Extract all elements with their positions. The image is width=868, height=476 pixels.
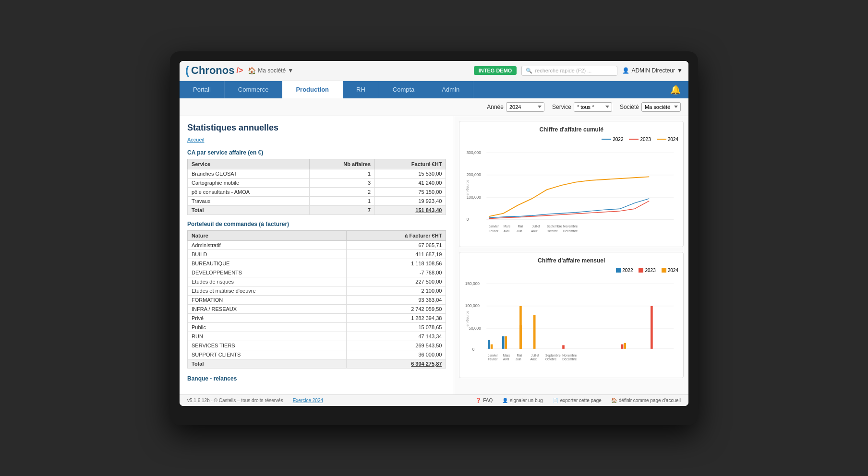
chart-mensuel-svg: 150,000 100,000 50,000 0 en €euros Janvi…	[464, 275, 678, 371]
legend-2024: 2024	[657, 137, 678, 142]
footer-version: v5.1.6.12b - © Castelis – tous droits ré…	[187, 398, 283, 403]
table-row: Cartographie mobile 3 41 240,00	[188, 178, 446, 187]
nav-admin[interactable]: Admin	[428, 81, 473, 98]
search-bar[interactable]: 🔍 recherche rapide (F2) ...	[521, 66, 617, 76]
cmd-montant-10: 15 078,65	[347, 322, 446, 332]
svg-text:Mars: Mars	[503, 353, 510, 357]
societe-select[interactable]: Ma société	[641, 102, 681, 112]
cmd-montant-8: 2 742 059,50	[347, 304, 446, 313]
cmd-montant-4: -7 768,00	[347, 268, 446, 277]
svg-text:Décembre: Décembre	[563, 357, 577, 360]
table-row: FORMATION93 363,04	[188, 295, 446, 304]
cmd-total-montant: 6 304 275,87	[347, 359, 446, 368]
user-area[interactable]: 👤 ADMIN Directeur ▼	[622, 67, 683, 74]
dropdown-icon: ▼	[288, 67, 293, 74]
svg-text:200,000: 200,000	[467, 172, 482, 177]
annee-select[interactable]: 2024	[506, 102, 544, 112]
ca-total-nb: 7	[310, 205, 375, 214]
search-icon: 🔍	[526, 68, 532, 74]
cmd-montant-6: 2 100,00	[347, 286, 446, 295]
export-icon: 📄	[553, 398, 558, 403]
set-home-label: définir comme page d'accueil	[619, 398, 681, 403]
user-caret: ▼	[677, 67, 683, 74]
svg-text:Avril: Avril	[503, 357, 509, 360]
cmd-nature-5: Etudes de risques	[188, 277, 347, 286]
svg-text:50,000: 50,000	[469, 325, 482, 330]
mensuel-legend-2024-label: 2024	[668, 268, 678, 273]
ca-facture-1: 15 530,00	[375, 169, 446, 178]
export-button[interactable]: 📄 exporter cette page	[553, 398, 602, 403]
mensuel-legend-2023-label: 2023	[645, 268, 655, 273]
svg-text:Mai: Mai	[517, 353, 522, 357]
svg-text:en €euros: en €euros	[466, 310, 470, 326]
breadcrumb-nav: 🏠 Ma société ▼	[248, 67, 293, 74]
faq-button[interactable]: ❓ FAQ	[475, 398, 493, 403]
service-select[interactable]: * tous *	[574, 102, 612, 112]
table-row: pôle consultants - AMOA 2 75 150,00	[188, 187, 446, 196]
chart-mensuel-title: Chiffre d'affaire mensuel	[464, 257, 678, 264]
ca-th-service: Service	[188, 159, 310, 169]
cmd-nature-13: SUPPORT CLIENTS	[188, 350, 347, 359]
cmd-nature-6: Etudes et maîtrise d'oeuvre	[188, 286, 347, 295]
nav-compta[interactable]: Compta	[379, 81, 429, 98]
cmd-nature-4: DEVELOPPEMENTS	[188, 268, 347, 277]
ca-total-facture: 151 843,40	[375, 205, 446, 214]
ca-th-facture: Facturé €HT	[375, 159, 446, 169]
societe-label: Société	[620, 104, 639, 110]
svg-text:Janvier: Janvier	[488, 353, 499, 357]
svg-text:Mai: Mai	[518, 225, 523, 228]
logo-bracket-left: (	[185, 64, 189, 77]
bell-icon[interactable]: 🔔	[663, 84, 688, 95]
ca-facture-3: 75 150,00	[375, 187, 446, 196]
footer: v5.1.6.12b - © Castelis – tous droits ré…	[180, 394, 688, 406]
filter-societe: Société Ma société	[620, 102, 681, 112]
table-row: Privé1 282 394,38	[188, 313, 446, 322]
ca-service-4: Travaux	[188, 196, 310, 205]
svg-rect-42	[488, 340, 491, 349]
ca-service-1: Branches GEOSAT	[188, 169, 310, 178]
footer-exercice[interactable]: Exercice 2024	[293, 398, 323, 403]
svg-rect-47	[491, 344, 493, 348]
page-title: Statistiques annuelles	[187, 123, 446, 133]
svg-rect-51	[533, 315, 536, 349]
nav-portail[interactable]: Portail	[180, 81, 225, 98]
svg-text:Juillet: Juillet	[532, 225, 540, 228]
ca-total-label: Total	[188, 205, 310, 214]
nav-commerce[interactable]: Commerce	[225, 81, 283, 98]
legend-2023-label: 2023	[640, 137, 651, 142]
right-panel: Chiffre d'affaire cumulé 2022 2023 20	[454, 116, 688, 394]
integ-demo-badge: INTEG DEMO	[474, 66, 517, 75]
export-label: exporter cette page	[560, 398, 602, 403]
svg-text:en €euros: en €euros	[466, 179, 470, 195]
cmd-th-montant: à Facturer €HT	[347, 230, 446, 240]
svg-text:Août: Août	[531, 229, 538, 232]
cmd-total-label: Total	[188, 359, 347, 368]
cmd-nature-3: BUREAUTIQUE	[188, 259, 347, 268]
svg-text:Octobre: Octobre	[545, 357, 556, 360]
mensuel-legend-2023: 2023	[639, 268, 655, 273]
svg-rect-48	[505, 336, 507, 348]
user-icon: 👤	[622, 67, 629, 74]
ca-total-row: Total 7 151 843,40	[188, 205, 446, 214]
banque-section-title: Banque - relances	[187, 375, 446, 382]
logo: ( Chronos />	[185, 64, 243, 77]
legend-2022: 2022	[602, 137, 623, 142]
table-row: RUN47 143,34	[188, 332, 446, 341]
cmd-total-row: Total 6 304 275,87	[188, 359, 446, 368]
faq-label: FAQ	[483, 398, 493, 403]
filter-annee: Année 2024	[487, 102, 544, 112]
nav-rh[interactable]: RH	[343, 81, 379, 98]
svg-rect-44	[563, 345, 565, 348]
nav-production[interactable]: Production	[282, 81, 343, 98]
legend-2024-label: 2024	[668, 137, 678, 142]
ca-nb-1: 1	[310, 169, 375, 178]
bug-button[interactable]: 👤 signaler un bug	[502, 398, 542, 403]
set-home-button[interactable]: 🏠 définir comme page d'accueil	[611, 398, 681, 403]
cmd-montant-7: 93 363,04	[347, 295, 446, 304]
cmd-montant-1: 67 065,71	[347, 240, 446, 250]
accueil-link[interactable]: Accueil	[187, 137, 204, 143]
svg-text:Novembre: Novembre	[563, 225, 578, 228]
cmd-montant-3: 1 118 108,56	[347, 259, 446, 268]
top-bar: ( Chronos /> 🏠 Ma société ▼ INTEG DEMO 🔍…	[180, 61, 688, 81]
screen: ( Chronos /> 🏠 Ma société ▼ INTEG DEMO 🔍…	[180, 61, 688, 406]
